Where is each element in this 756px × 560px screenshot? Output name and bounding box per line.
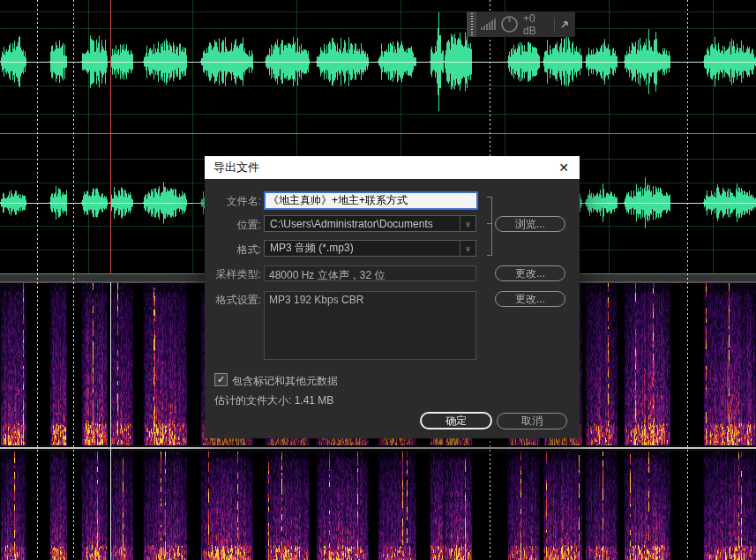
cancel-button[interactable]: 取消 (497, 413, 567, 429)
filename-input[interactable] (264, 191, 478, 210)
expand-arrow-icon[interactable] (559, 19, 570, 30)
location-value: C:\Users\Administrator\Documents (265, 218, 460, 230)
hud-divider (554, 18, 555, 32)
check-icon: ✓ (217, 375, 225, 385)
hud-volume-panel: +0 dB (467, 11, 575, 37)
location-dropdown[interactable]: C:\Users\Administrator\Documents ∨ (264, 215, 476, 232)
include-metadata-checkbox[interactable]: ✓ (214, 373, 228, 386)
hud-drag-handle[interactable] (467, 11, 476, 37)
estimated-file-size: 估计的文件大小: 1.41 MB (214, 393, 333, 408)
include-metadata-label: 包含标记和其他元数据 (232, 374, 338, 389)
gain-value[interactable]: +0 dB (523, 12, 550, 37)
filename-label: 文件名: (208, 194, 261, 209)
change-format-settings-button[interactable]: 更改... (495, 291, 565, 307)
volume-knob-icon[interactable] (500, 15, 519, 34)
chevron-down-icon[interactable]: ∨ (460, 241, 475, 256)
format-settings-value: MP3 192 Kbps CBR (264, 291, 476, 360)
sample-type-label: 采样类型: (208, 267, 261, 282)
sample-type-value: 48000 Hz 立体声，32 位 (264, 265, 476, 281)
audition-workspace: +0 dB 导出文件 ✕ 文件名: 位置: C:\Users\Administr… (0, 0, 756, 560)
chevron-down-icon[interactable]: ∨ (460, 216, 475, 231)
change-sample-type-button[interactable]: 更改... (495, 265, 565, 281)
field-group-bracket (491, 197, 492, 256)
dialog-title: 导出文件 (213, 160, 259, 175)
format-settings-label: 格式设置: (208, 293, 261, 308)
close-icon[interactable]: ✕ (558, 161, 569, 174)
format-value: MP3 音频 (*.mp3) (265, 241, 460, 256)
export-file-dialog: 导出文件 ✕ 文件名: 位置: C:\Users\Administrator\D… (205, 156, 580, 438)
browse-button[interactable]: 浏览... (495, 216, 565, 232)
format-dropdown[interactable]: MP3 音频 (*.mp3) ∨ (264, 240, 476, 257)
ok-button[interactable]: 确定 (420, 412, 492, 429)
level-meter-icon (481, 19, 496, 30)
location-label: 位置: (208, 218, 261, 233)
format-label: 格式: (208, 243, 261, 258)
dialog-titlebar: 导出文件 ✕ (205, 156, 580, 179)
